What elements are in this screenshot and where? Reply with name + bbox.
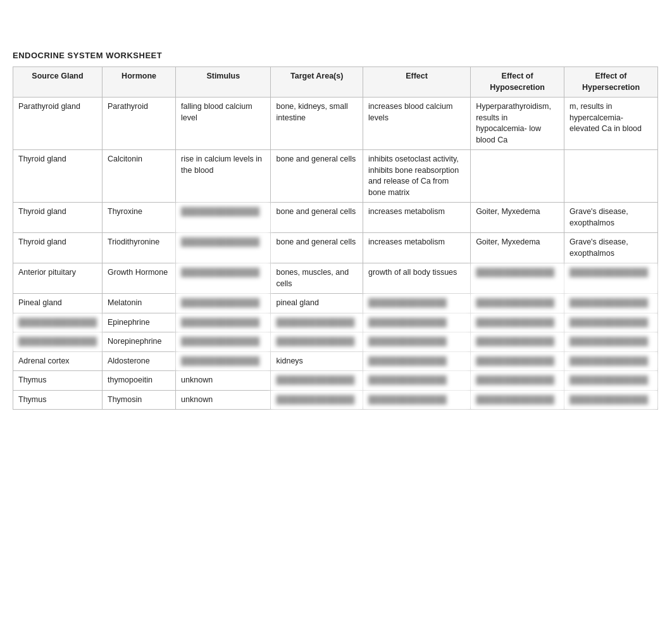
cell-hyper <box>564 150 658 203</box>
cell-source: Thymus <box>13 390 103 410</box>
header-target: Target Area(s) <box>271 67 363 98</box>
table-row: Thyroid glandCalcitoninrise in calcium l… <box>13 150 658 203</box>
cell-stimulus: ██████████████ <box>176 332 271 352</box>
cell-hyper: ██████████████ <box>564 351 658 371</box>
cell-stimulus: rise in calcium levels in the blood <box>176 150 271 203</box>
cell-hormone: Aldosterone <box>103 351 176 371</box>
cell-hyper: m, results in hypercalcemia- elevated Ca… <box>564 98 658 150</box>
header-source: Source Gland <box>13 67 103 98</box>
cell-hypo: ██████████████ <box>471 313 564 332</box>
table-row: ThymusThymosinunknown███████████████████… <box>13 390 658 410</box>
cell-stimulus: ██████████████ <box>176 233 271 263</box>
cell-hormone: Calcitonin <box>103 150 176 203</box>
cell-stimulus: ██████████████ <box>176 263 271 294</box>
table-row: ██████████████Epinephrine███████████████… <box>13 313 658 332</box>
cell-hormone: Growth Hormone <box>103 263 176 294</box>
cell-source: Thyroid gland <box>13 203 103 233</box>
cell-hypo: ██████████████ <box>471 390 564 410</box>
header-hypo: Effect of Hyposecretion <box>471 67 564 98</box>
cell-source: Adrenal cortex <box>13 351 103 371</box>
cell-source: ██████████████ <box>13 313 103 332</box>
cell-hormone: Epinephrine <box>103 313 176 332</box>
table-row: Adrenal cortexAldosterone██████████████k… <box>13 351 658 371</box>
cell-hypo: Goiter, Myxedema <box>471 233 564 263</box>
cell-hypo: ██████████████ <box>471 351 564 371</box>
cell-source: ██████████████ <box>13 332 103 352</box>
cell-target: ██████████████ <box>271 371 363 391</box>
cell-hormone: Norepinephrine <box>103 332 176 352</box>
cell-effect: ██████████████ <box>363 390 470 410</box>
cell-target: kidneys <box>271 351 363 371</box>
cell-source: Thymus <box>13 371 103 391</box>
cell-stimulus: unknown <box>176 390 271 410</box>
cell-stimulus: ██████████████ <box>176 313 271 332</box>
cell-effect: increases metabolism <box>363 203 470 233</box>
cell-target: ██████████████ <box>271 390 363 410</box>
cell-hyper: Grave's disease, exopthalmos <box>564 203 658 233</box>
endocrine-table: Source Gland Hormone Stimulus Target Are… <box>13 66 658 410</box>
cell-hypo: ██████████████ <box>471 263 564 294</box>
table-row: Thymusthymopoeitinunknown███████████████… <box>13 371 658 391</box>
cell-hyper: ██████████████ <box>564 313 658 332</box>
cell-hyper: ██████████████ <box>564 390 658 410</box>
cell-target: bone and general cells <box>271 203 363 233</box>
table-row: Anterior pituitaryGrowth Hormone████████… <box>13 263 658 294</box>
cell-effect: inhibits osetoclast activity, inhibits b… <box>363 150 470 203</box>
cell-effect: ██████████████ <box>363 313 470 332</box>
header-hormone: Hormone <box>103 67 176 98</box>
cell-stimulus: ██████████████ <box>176 203 271 233</box>
cell-hypo: ██████████████ <box>471 294 564 313</box>
cell-target: bone and general cells <box>271 233 363 263</box>
cell-source: Pineal gland <box>13 294 103 313</box>
header-stimulus: Stimulus <box>176 67 271 98</box>
cell-effect: ██████████████ <box>363 351 470 371</box>
worksheet-title: ENDOCRINE SYSTEM WORKSHEET <box>13 51 659 60</box>
cell-effect: increases metabolism <box>363 233 470 263</box>
cell-hyper: ██████████████ <box>564 332 658 352</box>
table-row: Parathyroid glandParathyroidfalling bloo… <box>13 98 658 150</box>
cell-hyper: ██████████████ <box>564 294 658 313</box>
cell-target: bone and general cells <box>271 150 363 203</box>
cell-target: bone, kidneys, small intestine <box>271 98 363 150</box>
cell-hypo: ██████████████ <box>471 371 564 391</box>
cell-effect: ██████████████ <box>363 294 470 313</box>
table-row: Pineal glandMelatonin██████████████pinea… <box>13 294 658 313</box>
cell-stimulus: falling blood calcium level <box>176 98 271 150</box>
cell-target: pineal gland <box>271 294 363 313</box>
cell-hypo: Hyperparathyroidism, results in hypocalc… <box>471 98 564 150</box>
cell-hormone: Thymosin <box>103 390 176 410</box>
header-effect: Effect <box>363 67 470 98</box>
cell-effect: growth of all body tissues <box>363 263 470 294</box>
cell-effect: increases blood calcium levels <box>363 98 470 150</box>
cell-stimulus: unknown <box>176 371 271 391</box>
table-row: ██████████████Norepinephrine████████████… <box>13 332 658 352</box>
cell-target: ██████████████ <box>271 332 363 352</box>
cell-hormone: Melatonin <box>103 294 176 313</box>
cell-hormone: thymopoeitin <box>103 371 176 391</box>
cell-source: Thyroid gland <box>13 150 103 203</box>
cell-hormone: Thyroxine <box>103 203 176 233</box>
cell-source: Thyroid gland <box>13 233 103 263</box>
cell-hyper: Grave's disease, exopthalmos <box>564 233 658 263</box>
cell-effect: ██████████████ <box>363 332 470 352</box>
cell-hormone: Triodithyronine <box>103 233 176 263</box>
cell-hyper: ██████████████ <box>564 263 658 294</box>
table-row: Thyroid glandTriodithyronine████████████… <box>13 233 658 263</box>
cell-effect: ██████████████ <box>363 371 470 391</box>
table-row: Thyroid glandThyroxine██████████████bone… <box>13 203 658 233</box>
cell-hypo: ██████████████ <box>471 332 564 352</box>
cell-hypo <box>471 150 564 203</box>
cell-hormone: Parathyroid <box>103 98 176 150</box>
cell-hypo: Goiter, Myxedema <box>471 203 564 233</box>
cell-source: Parathyroid gland <box>13 98 103 150</box>
cell-source: Anterior pituitary <box>13 263 103 294</box>
cell-stimulus: ██████████████ <box>176 351 271 371</box>
cell-target: ██████████████ <box>271 313 363 332</box>
cell-target: bones, muscles, and cells <box>271 263 363 294</box>
header-hyper: Effect of Hypersecretion <box>564 67 658 98</box>
cell-hyper: ██████████████ <box>564 371 658 391</box>
cell-stimulus: ██████████████ <box>176 294 271 313</box>
